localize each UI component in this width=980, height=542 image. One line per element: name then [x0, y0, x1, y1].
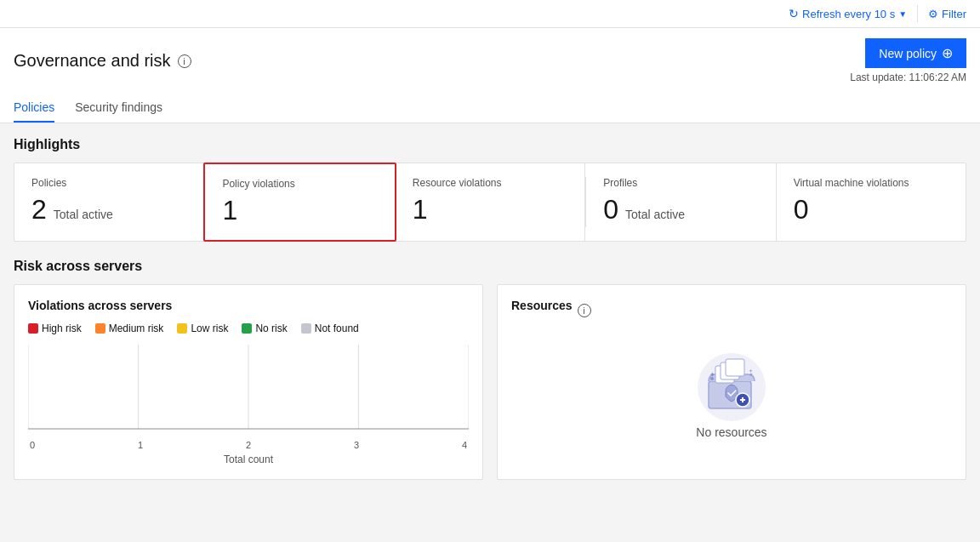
highlight-policies-sublabel: Total active: [54, 208, 113, 221]
header: Governance and risk i New policy ⊕ Last …: [0, 28, 980, 123]
chart-area: [28, 345, 469, 438]
highlight-resource-violations[interactable]: Resource violations 1: [396, 163, 585, 241]
legend-low-risk: Low risk: [177, 322, 228, 334]
divider: [917, 5, 918, 22]
highlight-profiles-value: 0: [603, 194, 618, 225]
no-risk-dot: [242, 323, 252, 334]
x-label-0: 0: [30, 440, 35, 450]
page-title: Governance and risk i: [14, 51, 191, 71]
legend-no-risk: No risk: [242, 322, 287, 334]
highlight-policy-violations-label: Policy violations: [222, 178, 377, 190]
legend: High risk Medium risk Low risk No risk N…: [28, 322, 469, 334]
highlight-policies[interactable]: Policies 2 Total active: [14, 163, 204, 241]
svg-text:✦: ✦: [749, 368, 753, 374]
highlight-vm-violations-label: Virtual machine violations: [794, 177, 949, 189]
x-label-1: 1: [138, 440, 143, 450]
high-risk-label: High risk: [42, 322, 82, 334]
violations-card: Violations across servers High risk Medi…: [14, 284, 483, 480]
refresh-label: Refresh every 10 s: [802, 8, 895, 20]
x-axis-title: Total count: [28, 454, 469, 465]
risk-section-title: Risk across servers: [14, 259, 966, 274]
highlight-profiles-sublabel: Total active: [625, 208, 685, 221]
tab-policies[interactable]: Policies: [14, 94, 54, 123]
highlight-vm-violations[interactable]: Virtual machine violations 0: [777, 163, 966, 241]
svg-text:✦: ✦: [709, 371, 715, 379]
highlight-profiles-label: Profiles: [603, 177, 758, 189]
no-resources-illustration: ✦ ✦: [693, 349, 770, 425]
no-resources-text: No resources: [696, 425, 766, 439]
highlights-card: Policies 2 Total active Policy violation…: [14, 163, 966, 242]
highlight-policy-violations[interactable]: Policy violations 1: [203, 163, 396, 242]
legend-medium-risk: Medium risk: [95, 322, 164, 334]
highlight-resource-violations-value-row: 1: [413, 194, 567, 225]
violations-card-title: Violations across servers: [28, 299, 469, 312]
highlight-policies-value: 2: [31, 194, 47, 225]
highlight-vm-violations-value-row: 0: [794, 194, 949, 225]
highlight-policies-value-row: 2 Total active: [31, 194, 186, 225]
x-axis-labels: 0 1 2 3 4: [28, 440, 469, 450]
legend-high-risk: High risk: [28, 322, 82, 334]
bottom-section: Violations across servers High risk Medi…: [14, 284, 966, 480]
highlight-policy-violations-value: 1: [222, 195, 237, 226]
filter-button[interactable]: ⚙ Filter: [928, 8, 966, 20]
not-found-label: Not found: [315, 322, 359, 334]
no-resources-area: ✦ ✦ No resources: [511, 322, 952, 465]
no-risk-label: No risk: [255, 322, 287, 334]
filter-icon: ⚙: [928, 8, 938, 20]
low-risk-label: Low risk: [191, 322, 228, 334]
highlight-vm-violations-value: 0: [794, 194, 809, 225]
new-policy-label: New policy: [879, 47, 937, 60]
tabs-container: Policies Security findings: [14, 94, 966, 123]
highlight-profiles[interactable]: Profiles 0 Total active: [586, 163, 776, 241]
filter-label: Filter: [942, 8, 966, 20]
refresh-button[interactable]: ↻ Refresh every 10 s ▼: [789, 7, 907, 20]
resources-card-title: Resources: [511, 299, 573, 312]
highlight-resource-violations-label: Resource violations: [413, 177, 567, 189]
medium-risk-dot: [95, 323, 105, 334]
highlight-profiles-value-row: 0 Total active: [603, 194, 758, 225]
chart-svg: [28, 345, 469, 438]
info-icon[interactable]: i: [178, 54, 191, 68]
low-risk-dot: [177, 323, 187, 334]
legend-not-found: Not found: [301, 322, 359, 334]
top-bar: ↻ Refresh every 10 s ▼ ⚙ Filter: [0, 0, 980, 28]
x-label-2: 2: [246, 440, 251, 450]
high-risk-dot: [28, 323, 38, 334]
highlights-title: Highlights: [14, 137, 966, 152]
resources-card-title-row: Resources i: [511, 299, 591, 322]
refresh-icon: ↻: [789, 7, 799, 20]
tab-security-findings[interactable]: Security findings: [75, 94, 162, 123]
resources-info-icon[interactable]: i: [578, 304, 591, 317]
highlight-policy-violations-value-row: 1: [222, 195, 377, 226]
svg-rect-10: [726, 359, 744, 376]
resources-card: Resources i: [497, 284, 966, 480]
main-content: Highlights Policies 2 Total active Polic…: [0, 123, 980, 494]
x-label-3: 3: [354, 440, 359, 450]
header-top: Governance and risk i New policy ⊕ Last …: [14, 38, 966, 83]
highlight-resource-violations-value: 1: [413, 194, 428, 225]
plus-icon: ⊕: [942, 45, 953, 61]
not-found-dot: [301, 323, 311, 334]
new-policy-button[interactable]: New policy ⊕: [865, 38, 966, 68]
chevron-down-icon: ▼: [898, 9, 907, 19]
last-update: Last update: 11:06:22 AM: [850, 71, 966, 83]
highlight-policies-label: Policies: [31, 177, 186, 189]
x-label-4: 4: [462, 440, 467, 450]
medium-risk-label: Medium risk: [109, 322, 164, 334]
